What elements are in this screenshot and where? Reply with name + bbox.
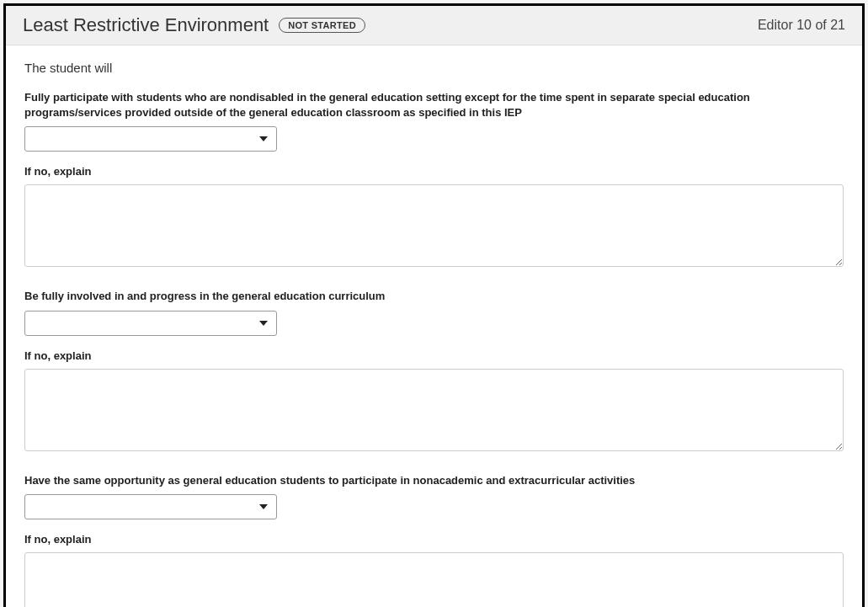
participation-select[interactable] — [24, 126, 277, 152]
editor-window: Least Restrictive Environment NOT STARTE… — [3, 3, 865, 607]
explain-label: If no, explain — [24, 349, 844, 362]
editor-count: Editor 10 of 21 — [758, 18, 845, 33]
question-label: Fully participate with students who are … — [24, 90, 844, 120]
explain-label: If no, explain — [24, 165, 844, 178]
editor-header: Least Restrictive Environment NOT STARTE… — [6, 6, 862, 45]
activities-select[interactable] — [24, 494, 277, 519]
question-block: Fully participate with students who are … — [24, 90, 844, 270]
chevron-down-icon — [259, 321, 268, 326]
explain-textarea[interactable] — [24, 184, 844, 267]
chevron-down-icon — [259, 136, 268, 141]
header-left: Least Restrictive Environment NOT STARTE… — [23, 14, 365, 36]
explain-textarea[interactable] — [24, 369, 844, 451]
question-label: Have the same opportunity as general edu… — [24, 473, 844, 488]
curriculum-select[interactable] — [24, 311, 277, 336]
question-label: Be fully involved in and progress in the… — [24, 289, 844, 304]
explain-textarea[interactable] — [24, 552, 844, 607]
page-title: Least Restrictive Environment — [23, 14, 269, 36]
chevron-down-icon — [259, 504, 268, 509]
status-badge: NOT STARTED — [279, 18, 365, 33]
question-block: Have the same opportunity as general edu… — [24, 473, 844, 607]
intro-text: The student will — [24, 61, 844, 75]
form-content: The student will Fully participate with … — [6, 45, 862, 607]
explain-label: If no, explain — [24, 533, 844, 546]
question-block: Be fully involved in and progress in the… — [24, 289, 844, 455]
